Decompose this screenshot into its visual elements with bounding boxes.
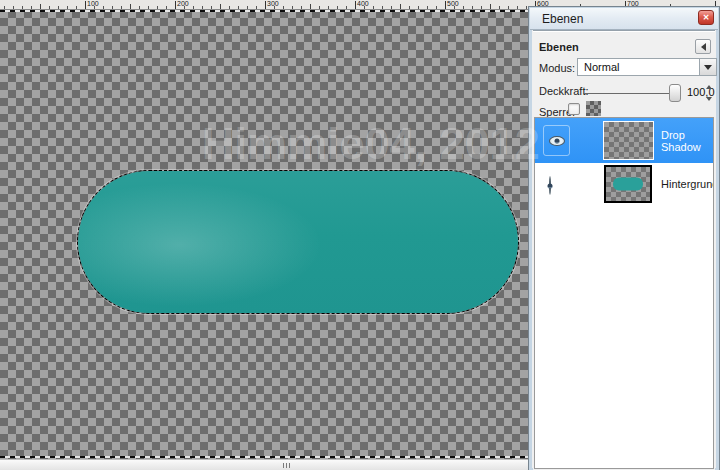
- opacity-label: Deckkraft:: [539, 85, 589, 97]
- opacity-slider-handle[interactable]: [669, 84, 681, 102]
- visibility-toggle[interactable]: [543, 125, 570, 156]
- layer-name: Drop Shadow: [661, 129, 713, 153]
- layers-dialog: Ebenen ✕ Ebenen Modus: Normal Deckkraft:…: [528, 6, 720, 470]
- ruler-label: 400: [357, 0, 369, 7]
- dock-header-label: Ebenen: [539, 41, 579, 53]
- canvas[interactable]: [0, 10, 531, 459]
- ruler-label: 500: [447, 0, 459, 7]
- dialog-titlebar[interactable]: Ebenen ✕: [530, 8, 718, 30]
- eye-icon: [549, 176, 551, 195]
- layer-thumbnail[interactable]: [604, 165, 652, 203]
- mode-dropdown-button[interactable]: [699, 59, 716, 75]
- layer-boundary-top: [0, 10, 531, 12]
- mode-dropdown[interactable]: Normal: [577, 58, 717, 76]
- lock-checkbox[interactable]: [568, 103, 580, 115]
- tab-menu-button[interactable]: [695, 39, 711, 54]
- layer-row-drop-shadow[interactable]: Drop Shadow: [535, 118, 713, 163]
- selected-pill-shape[interactable]: [78, 171, 518, 313]
- thumbnail-pill-preview: [613, 178, 643, 191]
- gimp-workspace: 100200300400500600700 Ebenen ✕ Ebenen Mo…: [0, 0, 720, 470]
- opacity-slider-track[interactable]: [583, 93, 671, 94]
- spinner-up-icon: [706, 85, 712, 89]
- dialog-title: Ebenen: [542, 12, 583, 26]
- chevron-left-icon: [701, 43, 706, 51]
- visibility-toggle[interactable]: [549, 177, 551, 195]
- eye-icon: [549, 136, 565, 146]
- opacity-value[interactable]: 100,0: [687, 86, 719, 98]
- layer-name: Hintergrund: [661, 178, 714, 190]
- resize-grip[interactable]: [283, 463, 290, 468]
- ruler-label: 300: [267, 0, 279, 7]
- close-button[interactable]: ✕: [698, 10, 714, 25]
- ruler-label: 200: [177, 0, 189, 7]
- canvas-bottom-bar: [0, 459, 531, 470]
- mode-label: Modus:: [539, 62, 575, 74]
- spinner-down-icon: [706, 97, 712, 101]
- mode-value: Normal: [584, 61, 619, 73]
- opacity-spinner[interactable]: [704, 85, 713, 101]
- chevron-down-icon: [704, 65, 712, 70]
- dialog-content: Ebenen Modus: Normal Deckkraft: 100,0 Sp…: [533, 30, 715, 470]
- layer-thumbnail[interactable]: [603, 121, 654, 160]
- layer-list: Drop Shadow Hintergrund: [534, 117, 714, 469]
- ruler-label: 100: [87, 0, 99, 7]
- layer-boundary-bottom: [0, 456, 531, 458]
- alpha-lock-icon[interactable]: [586, 101, 601, 116]
- layer-row-hintergrund[interactable]: Hintergrund: [535, 163, 713, 205]
